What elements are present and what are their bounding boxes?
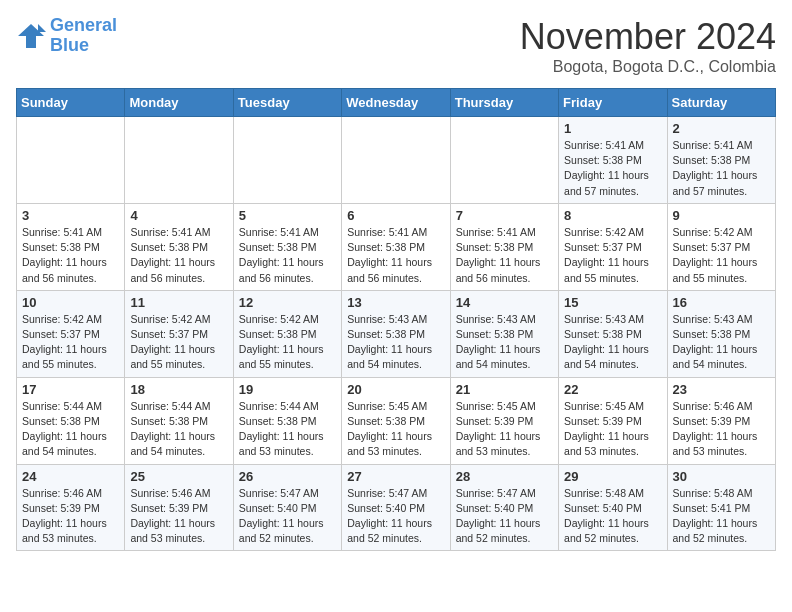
day-cell: 17Sunrise: 5:44 AMSunset: 5:38 PMDayligh… <box>17 377 125 464</box>
day-number: 30 <box>673 469 770 484</box>
day-number: 23 <box>673 382 770 397</box>
weekday-header-wednesday: Wednesday <box>342 89 450 117</box>
day-info: Sunrise: 5:44 AMSunset: 5:38 PMDaylight:… <box>22 399 119 460</box>
day-number: 21 <box>456 382 553 397</box>
day-info: Sunrise: 5:41 AMSunset: 5:38 PMDaylight:… <box>347 225 444 286</box>
weekday-header-sunday: Sunday <box>17 89 125 117</box>
week-row-4: 17Sunrise: 5:44 AMSunset: 5:38 PMDayligh… <box>17 377 776 464</box>
day-cell: 7Sunrise: 5:41 AMSunset: 5:38 PMDaylight… <box>450 203 558 290</box>
weekday-header-saturday: Saturday <box>667 89 775 117</box>
weekday-header-thursday: Thursday <box>450 89 558 117</box>
week-row-3: 10Sunrise: 5:42 AMSunset: 5:37 PMDayligh… <box>17 290 776 377</box>
day-cell: 13Sunrise: 5:43 AMSunset: 5:38 PMDayligh… <box>342 290 450 377</box>
day-cell: 25Sunrise: 5:46 AMSunset: 5:39 PMDayligh… <box>125 464 233 551</box>
day-info: Sunrise: 5:41 AMSunset: 5:38 PMDaylight:… <box>673 138 770 199</box>
day-info: Sunrise: 5:43 AMSunset: 5:38 PMDaylight:… <box>564 312 661 373</box>
day-cell: 23Sunrise: 5:46 AMSunset: 5:39 PMDayligh… <box>667 377 775 464</box>
day-cell: 19Sunrise: 5:44 AMSunset: 5:38 PMDayligh… <box>233 377 341 464</box>
day-info: Sunrise: 5:45 AMSunset: 5:38 PMDaylight:… <box>347 399 444 460</box>
day-number: 28 <box>456 469 553 484</box>
day-info: Sunrise: 5:45 AMSunset: 5:39 PMDaylight:… <box>456 399 553 460</box>
day-number: 4 <box>130 208 227 223</box>
logo: General Blue <box>16 16 117 56</box>
day-cell: 11Sunrise: 5:42 AMSunset: 5:37 PMDayligh… <box>125 290 233 377</box>
day-cell: 20Sunrise: 5:45 AMSunset: 5:38 PMDayligh… <box>342 377 450 464</box>
day-info: Sunrise: 5:48 AMSunset: 5:41 PMDaylight:… <box>673 486 770 547</box>
day-cell <box>450 117 558 204</box>
day-info: Sunrise: 5:41 AMSunset: 5:38 PMDaylight:… <box>456 225 553 286</box>
day-cell: 30Sunrise: 5:48 AMSunset: 5:41 PMDayligh… <box>667 464 775 551</box>
day-cell: 24Sunrise: 5:46 AMSunset: 5:39 PMDayligh… <box>17 464 125 551</box>
weekday-header-monday: Monday <box>125 89 233 117</box>
day-number: 13 <box>347 295 444 310</box>
weekday-header-friday: Friday <box>559 89 667 117</box>
day-cell: 16Sunrise: 5:43 AMSunset: 5:38 PMDayligh… <box>667 290 775 377</box>
day-cell <box>342 117 450 204</box>
day-number: 19 <box>239 382 336 397</box>
day-number: 24 <box>22 469 119 484</box>
day-cell <box>125 117 233 204</box>
day-info: Sunrise: 5:47 AMSunset: 5:40 PMDaylight:… <box>347 486 444 547</box>
day-cell: 18Sunrise: 5:44 AMSunset: 5:38 PMDayligh… <box>125 377 233 464</box>
day-info: Sunrise: 5:41 AMSunset: 5:38 PMDaylight:… <box>130 225 227 286</box>
svg-marker-1 <box>38 24 46 32</box>
day-number: 22 <box>564 382 661 397</box>
day-number: 9 <box>673 208 770 223</box>
day-cell <box>17 117 125 204</box>
day-cell: 28Sunrise: 5:47 AMSunset: 5:40 PMDayligh… <box>450 464 558 551</box>
day-cell: 6Sunrise: 5:41 AMSunset: 5:38 PMDaylight… <box>342 203 450 290</box>
day-info: Sunrise: 5:46 AMSunset: 5:39 PMDaylight:… <box>130 486 227 547</box>
day-info: Sunrise: 5:42 AMSunset: 5:37 PMDaylight:… <box>673 225 770 286</box>
day-number: 7 <box>456 208 553 223</box>
logo-text: General Blue <box>50 16 117 56</box>
day-number: 16 <box>673 295 770 310</box>
day-cell: 8Sunrise: 5:42 AMSunset: 5:37 PMDaylight… <box>559 203 667 290</box>
day-cell: 29Sunrise: 5:48 AMSunset: 5:40 PMDayligh… <box>559 464 667 551</box>
day-info: Sunrise: 5:47 AMSunset: 5:40 PMDaylight:… <box>239 486 336 547</box>
day-number: 11 <box>130 295 227 310</box>
day-cell: 2Sunrise: 5:41 AMSunset: 5:38 PMDaylight… <box>667 117 775 204</box>
day-number: 2 <box>673 121 770 136</box>
title-block: November 2024 Bogota, Bogota D.C., Colom… <box>520 16 776 76</box>
day-info: Sunrise: 5:44 AMSunset: 5:38 PMDaylight:… <box>239 399 336 460</box>
week-row-5: 24Sunrise: 5:46 AMSunset: 5:39 PMDayligh… <box>17 464 776 551</box>
day-number: 6 <box>347 208 444 223</box>
month-title: November 2024 <box>520 16 776 58</box>
day-cell: 21Sunrise: 5:45 AMSunset: 5:39 PMDayligh… <box>450 377 558 464</box>
logo-icon <box>16 22 46 50</box>
day-cell: 3Sunrise: 5:41 AMSunset: 5:38 PMDaylight… <box>17 203 125 290</box>
day-info: Sunrise: 5:46 AMSunset: 5:39 PMDaylight:… <box>673 399 770 460</box>
day-cell: 1Sunrise: 5:41 AMSunset: 5:38 PMDaylight… <box>559 117 667 204</box>
location-title: Bogota, Bogota D.C., Colombia <box>520 58 776 76</box>
day-number: 10 <box>22 295 119 310</box>
day-info: Sunrise: 5:46 AMSunset: 5:39 PMDaylight:… <box>22 486 119 547</box>
day-cell: 12Sunrise: 5:42 AMSunset: 5:38 PMDayligh… <box>233 290 341 377</box>
day-info: Sunrise: 5:42 AMSunset: 5:37 PMDaylight:… <box>130 312 227 373</box>
day-cell: 22Sunrise: 5:45 AMSunset: 5:39 PMDayligh… <box>559 377 667 464</box>
day-number: 12 <box>239 295 336 310</box>
day-number: 3 <box>22 208 119 223</box>
day-info: Sunrise: 5:43 AMSunset: 5:38 PMDaylight:… <box>347 312 444 373</box>
week-row-1: 1Sunrise: 5:41 AMSunset: 5:38 PMDaylight… <box>17 117 776 204</box>
day-info: Sunrise: 5:43 AMSunset: 5:38 PMDaylight:… <box>673 312 770 373</box>
day-number: 5 <box>239 208 336 223</box>
day-cell: 27Sunrise: 5:47 AMSunset: 5:40 PMDayligh… <box>342 464 450 551</box>
day-info: Sunrise: 5:48 AMSunset: 5:40 PMDaylight:… <box>564 486 661 547</box>
day-info: Sunrise: 5:43 AMSunset: 5:38 PMDaylight:… <box>456 312 553 373</box>
day-cell <box>233 117 341 204</box>
weekday-header-tuesday: Tuesday <box>233 89 341 117</box>
day-info: Sunrise: 5:41 AMSunset: 5:38 PMDaylight:… <box>564 138 661 199</box>
calendar-table: SundayMondayTuesdayWednesdayThursdayFrid… <box>16 88 776 551</box>
day-cell: 10Sunrise: 5:42 AMSunset: 5:37 PMDayligh… <box>17 290 125 377</box>
day-number: 20 <box>347 382 444 397</box>
day-info: Sunrise: 5:42 AMSunset: 5:37 PMDaylight:… <box>564 225 661 286</box>
day-number: 15 <box>564 295 661 310</box>
day-cell: 5Sunrise: 5:41 AMSunset: 5:38 PMDaylight… <box>233 203 341 290</box>
day-cell: 26Sunrise: 5:47 AMSunset: 5:40 PMDayligh… <box>233 464 341 551</box>
day-info: Sunrise: 5:44 AMSunset: 5:38 PMDaylight:… <box>130 399 227 460</box>
day-number: 27 <box>347 469 444 484</box>
day-number: 14 <box>456 295 553 310</box>
day-cell: 9Sunrise: 5:42 AMSunset: 5:37 PMDaylight… <box>667 203 775 290</box>
day-number: 25 <box>130 469 227 484</box>
day-number: 18 <box>130 382 227 397</box>
